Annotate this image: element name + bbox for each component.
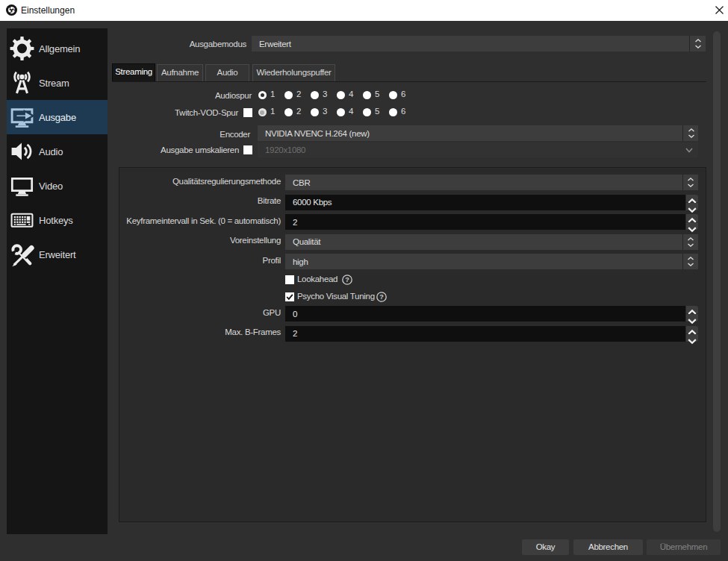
svg-text:?: ? — [379, 293, 384, 301]
svg-text:?: ? — [345, 276, 349, 283]
